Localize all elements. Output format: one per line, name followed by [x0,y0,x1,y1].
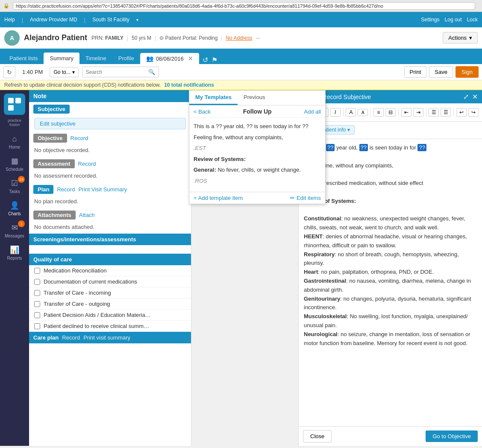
care-plan-label: Care plan [33,334,59,341]
template-header: < Back Follow Up Add all [189,105,325,118]
tab-my-templates[interactable]: My Templates [189,91,238,105]
history-icon[interactable]: ↺ [203,56,208,64]
indent[interactable]: ⇥ [413,108,423,117]
record-ros-header: Review of Systems: [304,197,477,206]
sidebar-item-messages[interactable]: ✉ 1 Messages [2,220,27,242]
quality-item-5: Patient declined to receive clinical sum… [29,321,191,332]
sidebar-item-home[interactable]: ⌂ Home [2,131,27,153]
attach-btn[interactable]: Attach [79,212,95,218]
search-input[interactable] [86,69,148,75]
sign-button[interactable]: Sign [456,66,479,78]
goto-dropdown[interactable]: Go to... ▾ [50,67,78,77]
close-panel-icon[interactable]: ✕ [472,93,478,101]
logo[interactable] [4,94,25,115]
nav-facility[interactable]: South St Facility [92,17,129,23]
browser-bar: 🔒 https://static.practicefusion.com/apps… [0,0,482,12]
outdent[interactable]: ⇤ [401,108,411,117]
search-icon[interactable]: 🔍 [148,69,155,75]
align-left[interactable]: ☰ [429,108,439,117]
quality-item-1: Documentation of current medications [29,276,191,287]
refresh-button[interactable]: ↻ [3,66,15,78]
fmt-sep2 [343,108,344,117]
care-plan-print-btn[interactable]: Print visit summary [83,334,130,341]
patient-info-bar: Add patient info ▾ [299,122,482,139]
quality-checkbox-3[interactable] [34,301,40,307]
tab-patient-lists[interactable]: Patient lists [3,53,44,64]
quality-checkbox-4[interactable] [34,312,40,318]
italic-button[interactable]: I [330,108,341,117]
nav-lock[interactable]: Lock [467,17,478,23]
tab-previous[interactable]: Previous [238,91,271,105]
top-nav-right: Settings Log out Lock [421,17,478,23]
assessment-record-btn[interactable]: Record [78,161,96,167]
no-address[interactable]: No Address [226,35,252,41]
time-display: 1:40 PM [19,67,46,77]
quality-checkbox-0[interactable] [34,268,40,274]
record-content: This is a ?? year old, ?? is seen today … [299,139,482,426]
nav-facility-dropdown-icon[interactable]: ▾ [136,18,138,22]
plan-record-btn[interactable]: Record [57,186,75,193]
undo[interactable]: ↩ [456,108,467,117]
notif-count[interactable]: 10 total notifications [164,82,214,88]
quality-header: Quality of care [29,254,191,265]
sidebar-item-schedule[interactable]: ▦ Schedule [2,153,27,175]
plan-header: Plan Record Print Visit Summary [29,182,191,196]
care-plan-header: Care plan Record Print visit summary [29,332,191,343]
record-constitutional: Constitutional: no weakness, unexpected … [304,214,477,232]
flag-icon[interactable]: ⚑ [212,56,217,64]
more-options[interactable]: ··· [256,35,260,41]
add-template-item-button[interactable]: + Add template item [194,195,243,201]
template-ros-header: Review of Systems: [194,156,246,162]
close-button[interactable]: Close [303,430,332,442]
search-box[interactable]: 🔍 [82,67,159,77]
font-size-down[interactable]: A [358,109,368,116]
redo[interactable]: ↪ [468,108,479,117]
quality-checkbox-5[interactable] [34,323,40,329]
tab-close-icon[interactable]: ✕ [188,55,193,62]
actions-button[interactable]: Actions ▾ [443,32,478,44]
schedule-icon: ▦ [11,156,18,166]
resize-icon[interactable]: ⤢ [463,93,469,101]
nav-settings[interactable]: Settings [421,17,439,23]
print-button[interactable]: Print [404,66,427,78]
actions-dropdown-icon: ▾ [469,35,472,41]
sidebar-item-tasks[interactable]: ☑ 24 Tasks [2,175,27,197]
align-right[interactable]: ☰ [441,108,451,117]
quality-checkbox-2[interactable] [34,290,40,296]
sidebar-item-reports[interactable]: 📊 Reports [2,242,27,264]
nav-provider[interactable]: Andrew Provider MD [30,17,77,23]
back-button[interactable]: < Back [194,108,211,115]
fmt-sep5 [426,108,426,117]
quality-checkbox-1[interactable] [34,279,40,285]
record-line2: Feeling fine, without any complaints, [304,161,477,170]
assessment-header: Assessment Record [29,157,191,171]
nav-help[interactable]: Help [4,17,15,23]
prn-label: PRN: FAMILY [91,35,123,41]
sidebar-item-charts[interactable]: 👤 Charts [2,197,27,220]
care-plan-record-btn[interactable]: Record [62,334,80,341]
plan-print-btn[interactable]: Print Visit Summary [78,186,127,193]
save-button[interactable]: Save [429,66,453,78]
bullet-list[interactable]: ≡ [373,108,384,117]
font-size-up[interactable]: A [346,108,356,117]
url-bar[interactable]: https://static.practicefusion.com/apps/e… [13,2,475,10]
record-line1: This is a ?? year old, ?? is seen today … [304,143,477,152]
svg-rect-3 [15,105,21,111]
record-heart: Heart: no pain, palpitation, orthopnea, … [304,268,477,277]
add-all-button[interactable]: Add all [304,108,321,115]
tab-encounter[interactable]: 👥 08/08/2016 ✕ [140,53,199,64]
tab-summary[interactable]: Summary [44,53,79,64]
toolbar: ↻ 1:40 PM Go to... ▾ 🔍 Print Save Sign [0,64,482,80]
meta-sep3: | [221,35,222,41]
tab-profile[interactable]: Profile [112,53,140,64]
nav-logout[interactable]: Log out [445,17,462,23]
encounter-icon: 👥 [146,55,153,62]
edit-subjective-button[interactable]: Edit subjective [34,118,186,129]
objective-record-btn[interactable]: Record [71,135,88,141]
fmt-sep4 [398,108,399,117]
go-to-objective-button[interactable]: Go to Objective [426,430,478,442]
numbered-list[interactable]: ⊟ [385,108,396,117]
edit-items-button[interactable]: ✏ Edit items [290,195,321,201]
tab-timeline[interactable]: Timeline [79,53,112,64]
record-musculo: Musculoskeletal: No swelling, lost funct… [304,312,477,330]
